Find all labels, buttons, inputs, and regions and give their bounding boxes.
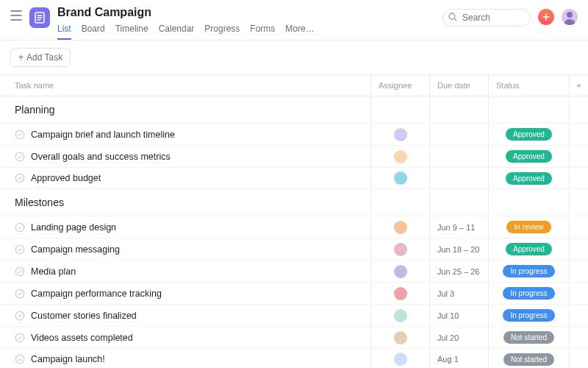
column-task-name[interactable]: Task name <box>0 75 370 96</box>
svg-point-21 <box>15 355 24 363</box>
complete-check-icon[interactable] <box>15 130 25 140</box>
complete-check-icon[interactable] <box>15 266 25 277</box>
column-due-date[interactable]: Due date <box>429 75 488 96</box>
task-row[interactable]: Overall goals and success metricsApprove… <box>0 145 588 167</box>
complete-check-icon[interactable] <box>15 354 25 364</box>
svg-point-20 <box>15 333 24 342</box>
global-add-button[interactable] <box>538 9 554 25</box>
complete-check-icon[interactable] <box>15 244 25 255</box>
due-date[interactable]: Jul 20 <box>429 327 488 348</box>
status-badge[interactable]: Approved <box>506 150 552 163</box>
clipboard-icon <box>35 12 45 24</box>
due-date[interactable] <box>429 124 488 145</box>
tab-timeline[interactable]: Timeline <box>115 24 148 40</box>
due-date[interactable]: Jun 18 – 20 <box>429 238 488 260</box>
project-icon <box>29 7 50 28</box>
task-name: Customer stories finalized <box>31 311 137 321</box>
task-name: Landing page design <box>31 222 116 233</box>
tab-calendar[interactable]: Calendar <box>159 24 195 40</box>
view-tabs: List Board Timeline Calendar Progress Fo… <box>57 24 315 40</box>
svg-point-16 <box>15 245 24 253</box>
hamburger-icon <box>10 10 22 21</box>
task-row[interactable]: Campaign launch!Aug 1Not started <box>0 348 588 368</box>
assignee-avatar[interactable] <box>394 287 407 300</box>
complete-check-icon[interactable] <box>15 152 25 162</box>
task-name: Campaign performance tracking <box>31 289 162 299</box>
avatar-icon <box>562 9 578 25</box>
section-title[interactable]: Milestones <box>0 197 370 208</box>
assignee-avatar[interactable] <box>394 265 407 278</box>
task-row[interactable]: Campaign brief and launch timelineApprov… <box>0 123 588 145</box>
tab-more[interactable]: More… <box>285 24 314 40</box>
trailing-cell <box>569 305 588 326</box>
column-assignee[interactable]: Assignee <box>370 75 429 96</box>
add-column-button[interactable]: + <box>569 75 588 96</box>
due-date[interactable]: Jul 3 <box>429 283 488 304</box>
trailing-cell <box>569 216 588 238</box>
add-task-button[interactable]: + Add Task <box>10 48 71 67</box>
status-badge[interactable]: In progress <box>503 309 554 322</box>
svg-point-13 <box>15 152 24 160</box>
assignee-avatar[interactable] <box>394 309 407 322</box>
svg-point-17 <box>15 267 24 275</box>
task-name: Campaign brief and launch timeline <box>31 130 175 140</box>
svg-point-12 <box>15 130 24 138</box>
column-status[interactable]: Status <box>488 75 569 96</box>
task-row[interactable]: Landing page designJun 9 – 11In review <box>0 216 588 238</box>
section-title[interactable]: Planning <box>0 104 370 116</box>
assignee-avatar[interactable] <box>394 331 407 344</box>
menu-toggle[interactable] <box>10 10 22 21</box>
status-badge[interactable]: Not started <box>503 331 554 344</box>
task-row[interactable]: Media planJun 25 – 26In progress <box>0 260 588 282</box>
plus-icon <box>542 13 550 21</box>
plus-small-icon: + <box>18 52 24 63</box>
task-name: Media plan <box>31 266 76 277</box>
task-row[interactable]: Campaign messagingJun 18 – 20Approved <box>0 238 588 260</box>
complete-check-icon[interactable] <box>15 173 25 183</box>
task-row[interactable]: Approved budgetApproved <box>0 167 588 189</box>
task-name: Overall goals and success metrics <box>31 152 171 162</box>
complete-check-icon[interactable] <box>15 311 25 321</box>
tab-board[interactable]: Board <box>82 24 105 40</box>
due-date[interactable] <box>429 146 488 167</box>
task-row[interactable]: Customer stories finalizedJul 10In progr… <box>0 304 588 326</box>
due-date[interactable]: Aug 1 <box>429 349 488 368</box>
status-badge[interactable]: Not started <box>503 353 554 366</box>
add-task-label: Add Task <box>26 52 62 63</box>
svg-point-14 <box>15 174 24 182</box>
trailing-cell <box>569 349 588 368</box>
task-name: Campaign launch! <box>31 354 105 364</box>
status-badge[interactable]: Approved <box>506 243 552 255</box>
assignee-avatar[interactable] <box>394 150 407 163</box>
status-badge[interactable]: Approved <box>506 128 552 141</box>
complete-check-icon[interactable] <box>15 289 25 299</box>
due-date[interactable]: Jul 10 <box>429 305 488 326</box>
svg-line-8 <box>454 18 456 21</box>
user-avatar[interactable] <box>562 9 578 25</box>
svg-point-11 <box>567 12 573 18</box>
status-badge[interactable]: In progress <box>503 265 554 277</box>
trailing-cell <box>569 327 588 348</box>
assignee-avatar[interactable] <box>394 353 407 366</box>
trailing-cell <box>569 283 588 304</box>
assignee-avatar[interactable] <box>394 171 407 185</box>
assignee-avatar[interactable] <box>394 221 407 234</box>
search-wrap <box>442 9 531 26</box>
task-name: Videos assets completed <box>31 333 133 343</box>
complete-check-icon[interactable] <box>15 222 25 233</box>
due-date[interactable] <box>429 168 488 188</box>
tab-forms[interactable]: Forms <box>250 24 275 40</box>
due-date[interactable]: Jun 25 – 26 <box>429 261 488 282</box>
tab-progress[interactable]: Progress <box>204 24 240 40</box>
task-row[interactable]: Videos assets completedJul 20Not started <box>0 326 588 348</box>
status-badge[interactable]: In review <box>506 221 551 233</box>
status-badge[interactable]: Approved <box>506 172 552 185</box>
due-date[interactable]: Jun 9 – 11 <box>429 216 488 238</box>
assignee-avatar[interactable] <box>394 243 407 256</box>
task-row[interactable]: Campaign performance trackingJul 3In pro… <box>0 282 588 304</box>
status-badge[interactable]: In progress <box>503 287 554 300</box>
svg-point-15 <box>15 223 24 231</box>
assignee-avatar[interactable] <box>394 128 407 141</box>
tab-list[interactable]: List <box>57 24 71 40</box>
complete-check-icon[interactable] <box>15 333 25 343</box>
